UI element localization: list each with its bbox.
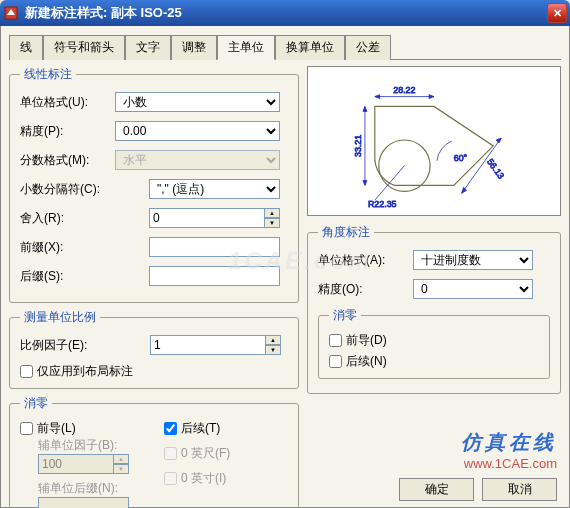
tab-tolerances[interactable]: 公差 bbox=[345, 35, 391, 60]
close-button[interactable]: ✕ bbox=[547, 3, 567, 23]
trailing-input[interactable] bbox=[164, 422, 177, 435]
scale-factor-input[interactable] bbox=[150, 335, 265, 355]
leading-input[interactable] bbox=[20, 422, 33, 435]
sub-factor-spinner: ▲▼ bbox=[38, 454, 144, 474]
ang-unit-label: 单位格式(A): bbox=[318, 252, 413, 269]
leading-checkbox[interactable]: 前导(L) bbox=[20, 420, 144, 437]
decimal-sep-label: 小数分隔符(C): bbox=[20, 181, 115, 198]
feet-checkbox: 0 英尺(F) bbox=[164, 445, 288, 462]
tab-primary-units[interactable]: 主单位 bbox=[217, 35, 275, 60]
scale-group: 测量单位比例 比例因子(E): ▲▼ 仅应用到布局标注 bbox=[9, 309, 299, 389]
svg-text:28.22: 28.22 bbox=[393, 85, 415, 95]
precision-select[interactable]: 0.00 bbox=[115, 121, 280, 141]
fraction-format-select: 水平 bbox=[115, 150, 280, 170]
ang-leading-input[interactable] bbox=[329, 334, 342, 347]
unit-format-select[interactable]: 小数 bbox=[115, 92, 280, 112]
ang-precision-select[interactable]: 0 bbox=[413, 279, 533, 299]
precision-label: 精度(P): bbox=[20, 123, 115, 140]
sub-down: ▼ bbox=[113, 464, 129, 474]
ang-zero-legend: 消零 bbox=[329, 307, 361, 324]
ang-leading-checkbox[interactable]: 前导(D) bbox=[329, 332, 539, 349]
scale-legend: 测量单位比例 bbox=[20, 309, 100, 326]
decimal-sep-select[interactable]: "," (逗点) bbox=[149, 179, 280, 199]
scale-up[interactable]: ▲ bbox=[265, 335, 281, 345]
roundoff-down[interactable]: ▼ bbox=[264, 218, 280, 228]
roundoff-label: 舍入(R): bbox=[20, 210, 115, 227]
titlebar: 新建标注样式: 副本 ISO-25 ✕ bbox=[0, 0, 570, 26]
suffix-label: 后缀(S): bbox=[20, 268, 115, 285]
ang-precision-label: 精度(O): bbox=[318, 281, 413, 298]
dimension-preview: 28.22 33.21 56.13 R22.35 60° bbox=[307, 66, 561, 216]
inches-input bbox=[164, 472, 177, 485]
angular-legend: 角度标注 bbox=[318, 224, 374, 241]
sub-factor-label: 辅单位因子(B): bbox=[38, 437, 144, 454]
angular-group: 角度标注 单位格式(A): 十进制度数 精度(O): 0 消零 前导(D) bbox=[307, 224, 561, 394]
dialog-body: 线 符号和箭头 文字 调整 主单位 换算单位 公差 线性标注 单位格式(U): … bbox=[0, 26, 570, 508]
svg-point-1 bbox=[379, 140, 430, 191]
roundoff-spinner[interactable]: ▲▼ bbox=[149, 208, 280, 228]
svg-text:60°: 60° bbox=[454, 153, 468, 163]
trailing-checkbox[interactable]: 后续(T) bbox=[164, 420, 288, 437]
corner-watermark: 仿真在线 www.1CAE.com bbox=[461, 429, 557, 471]
scale-down[interactable]: ▼ bbox=[265, 345, 281, 355]
ang-trailing-checkbox[interactable]: 后续(N) bbox=[329, 353, 539, 370]
scale-factor-spinner[interactable]: ▲▼ bbox=[150, 335, 281, 355]
linear-group: 线性标注 单位格式(U): 小数 精度(P): 0.00 分数格式(M): 水平… bbox=[9, 66, 299, 303]
scale-factor-label: 比例因子(E): bbox=[20, 337, 150, 354]
roundoff-input[interactable] bbox=[149, 208, 264, 228]
suffix-input[interactable] bbox=[149, 266, 280, 286]
app-icon bbox=[3, 5, 19, 21]
svg-text:56.13: 56.13 bbox=[485, 157, 506, 181]
tab-bar: 线 符号和箭头 文字 调整 主单位 换算单位 公差 bbox=[9, 34, 561, 60]
tab-lines[interactable]: 线 bbox=[9, 35, 43, 60]
sub-up: ▲ bbox=[113, 454, 129, 464]
tab-text[interactable]: 文字 bbox=[125, 35, 171, 60]
tab-symbols[interactable]: 符号和箭头 bbox=[43, 35, 125, 60]
roundoff-up[interactable]: ▲ bbox=[264, 208, 280, 218]
prefix-label: 前缀(X): bbox=[20, 239, 115, 256]
linear-legend: 线性标注 bbox=[20, 66, 76, 83]
inches-checkbox: 0 英寸(I) bbox=[164, 470, 288, 487]
ang-unit-select[interactable]: 十进制度数 bbox=[413, 250, 533, 270]
layout-only-input[interactable] bbox=[20, 365, 33, 378]
tab-fit[interactable]: 调整 bbox=[171, 35, 217, 60]
sub-factor-input bbox=[38, 454, 113, 474]
button-row: 确定 取消 bbox=[399, 478, 557, 501]
window-title: 新建标注样式: 副本 ISO-25 bbox=[25, 4, 547, 22]
fraction-format-label: 分数格式(M): bbox=[20, 152, 115, 169]
sub-suffix-input bbox=[38, 497, 129, 508]
zero-group: 消零 前导(L) 辅单位因子(B): ▲▼ bbox=[9, 395, 299, 508]
svg-text:33.21: 33.21 bbox=[353, 135, 363, 157]
tab-alt-units[interactable]: 换算单位 bbox=[275, 35, 345, 60]
svg-text:R22.35: R22.35 bbox=[368, 199, 397, 209]
layout-only-checkbox[interactable]: 仅应用到布局标注 bbox=[20, 363, 288, 380]
ang-zero-group: 消零 前导(D) 后续(N) bbox=[318, 307, 550, 379]
zero-legend: 消零 bbox=[20, 395, 52, 412]
prefix-input[interactable] bbox=[149, 237, 280, 257]
ok-button[interactable]: 确定 bbox=[399, 478, 474, 501]
sub-suffix-label: 辅单位后缀(N): bbox=[38, 480, 144, 497]
ang-trailing-input[interactable] bbox=[329, 355, 342, 368]
feet-input bbox=[164, 447, 177, 460]
unit-format-label: 单位格式(U): bbox=[20, 94, 115, 111]
cancel-button[interactable]: 取消 bbox=[482, 478, 557, 501]
